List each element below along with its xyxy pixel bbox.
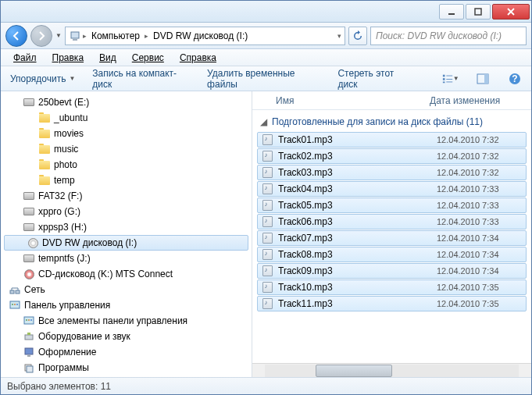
col-name[interactable]: Имя: [260, 95, 430, 106]
menu-view[interactable]: Вид: [93, 51, 123, 65]
file-name: Track08.mp3: [278, 249, 432, 260]
menu-file[interactable]: Файл: [7, 51, 43, 65]
tree-item-label: _ubuntu: [54, 112, 87, 123]
net-icon: [9, 283, 21, 296]
minimize-button[interactable]: [439, 4, 464, 20]
scrollbar-thumb[interactable]: [316, 365, 392, 377]
breadcrumb-computer[interactable]: Компьютер: [88, 29, 143, 43]
drive-icon: [23, 205, 35, 218]
file-date: 12.04.2010 7:35: [437, 299, 523, 308]
disc-icon: [27, 237, 39, 249]
view-mode-button[interactable]: ▼: [441, 69, 460, 88]
file-list-pane: Имя Дата изменения ◢ Подготовленные для …: [252, 91, 531, 377]
tree-item[interactable]: tempntfs (J:): [1, 251, 252, 266]
column-headers[interactable]: Имя Дата изменения: [252, 91, 531, 110]
tree-item[interactable]: Оборудование и звук: [1, 329, 252, 344]
chevron-right-icon[interactable]: ▸: [83, 32, 87, 40]
svg-text:?: ?: [512, 73, 517, 84]
tree-item[interactable]: xppro (G:): [1, 204, 252, 219]
file-row[interactable]: Track07.mp312.04.2010 7:34: [257, 230, 527, 246]
tree-item-label: music: [54, 144, 78, 155]
menu-edit[interactable]: Правка: [46, 51, 91, 65]
file-row[interactable]: Track04.mp312.04.2010 7:33: [257, 181, 527, 197]
mp3-file-icon: [261, 265, 273, 277]
tree-item[interactable]: photo: [1, 157, 252, 173]
tree-item[interactable]: Оформление: [1, 344, 252, 360]
svg-rect-11: [484, 74, 488, 84]
erase-disc-button[interactable]: Стереть этот диск: [336, 65, 412, 93]
disc-icon: [23, 268, 35, 280]
group-header[interactable]: ◢ Подготовленные для записи на диск файл…: [252, 110, 531, 132]
mp3-file-icon: [261, 281, 273, 294]
help-button[interactable]: ?: [505, 69, 523, 88]
tree-item[interactable]: xppsp3 (H:): [1, 219, 252, 235]
file-list[interactable]: Track01.mp312.04.2010 7:32Track02.mp312.…: [252, 132, 531, 363]
tree-item[interactable]: Все элементы панели управления: [1, 313, 252, 329]
tree-item[interactable]: Сеть: [1, 282, 252, 297]
file-row[interactable]: Track02.mp312.04.2010 7:32: [257, 148, 527, 164]
burn-button[interactable]: Запись на компакт-диск: [91, 65, 191, 93]
preview-pane-button[interactable]: [474, 69, 492, 88]
tree-item[interactable]: temp: [1, 173, 252, 188]
svg-rect-3: [73, 39, 77, 41]
chevron-down-icon[interactable]: ▾: [337, 32, 341, 40]
file-name: Track06.mp3: [278, 216, 432, 227]
tree-item[interactable]: music: [1, 141, 252, 157]
svg-point-19: [16, 304, 18, 305]
mp3-file-icon: [261, 166, 273, 179]
chevron-right-icon[interactable]: ▸: [145, 32, 148, 40]
menu-service[interactable]: Сервис: [126, 51, 170, 65]
tree-item[interactable]: DVD RW дисковод (I:): [4, 235, 248, 251]
file-name: Track02.mp3: [278, 151, 432, 162]
tree-item-label: temp: [54, 175, 75, 186]
folder-icon: [38, 143, 51, 155]
folder-icon: [38, 112, 51, 124]
hw-icon: [23, 330, 35, 343]
file-row[interactable]: Track05.mp312.04.2010 7:33: [257, 198, 527, 213]
folder-icon: [38, 158, 51, 171]
tree-item[interactable]: Программы: [1, 360, 252, 375]
nav-bar: ▼ ▸ Компьютер ▸ DVD RW дисковод (I:) ▾ П…: [1, 23, 531, 49]
collapse-arrow-icon[interactable]: ◢: [260, 116, 267, 127]
horizontal-scrollbar[interactable]: [252, 363, 531, 377]
file-date: 12.04.2010 7:33: [437, 201, 523, 210]
tree-item[interactable]: FAT32 (F:): [1, 188, 252, 204]
file-row[interactable]: Track03.mp312.04.2010 7:32: [257, 165, 527, 180]
tree-item[interactable]: Панель управления: [1, 297, 252, 313]
appear-icon: [23, 346, 35, 358]
delete-temp-button[interactable]: Удалить временные файлы: [205, 65, 322, 93]
mp3-file-icon: [261, 248, 273, 261]
tree-item[interactable]: 250bevt (E:): [1, 94, 252, 110]
file-row[interactable]: Track01.mp312.04.2010 7:32: [257, 132, 527, 148]
svg-rect-2: [71, 32, 79, 38]
maximize-button[interactable]: [466, 4, 491, 20]
organize-button[interactable]: Упорядочить ▼: [9, 70, 77, 87]
refresh-button[interactable]: [348, 27, 367, 45]
folder-icon: [38, 174, 51, 187]
cp-icon: [9, 299, 21, 311]
svg-rect-27: [27, 355, 30, 357]
tree-item[interactable]: movies: [1, 126, 252, 141]
file-date: 12.04.2010 7:33: [437, 184, 523, 194]
breadcrumb-bar[interactable]: ▸ Компьютер ▸ DVD RW дисковод (I:) ▾: [65, 27, 345, 45]
file-row[interactable]: Track08.mp312.04.2010 7:34: [257, 247, 527, 262]
file-row[interactable]: Track11.mp312.04.2010 7:35: [257, 296, 527, 311]
forward-button[interactable]: [30, 25, 52, 47]
svg-point-21: [26, 319, 27, 321]
close-button[interactable]: [492, 4, 530, 20]
svg-rect-14: [10, 290, 14, 294]
menu-help[interactable]: Справка: [173, 51, 223, 65]
file-row[interactable]: Track09.mp312.04.2010 7:34: [257, 263, 527, 279]
file-row[interactable]: Track10.mp312.04.2010 7:35: [257, 279, 527, 295]
tree-item[interactable]: _ubuntu: [1, 110, 252, 126]
nav-tree[interactable]: 250bevt (E:)_ubuntumoviesmusicphototempF…: [1, 91, 252, 377]
breadcrumb-drive[interactable]: DVD RW дисковод (I:): [150, 29, 251, 43]
history-dropdown-icon[interactable]: ▼: [55, 32, 62, 39]
search-input[interactable]: Поиск: DVD RW дисковод (I:): [370, 27, 527, 45]
file-row[interactable]: Track06.mp312.04.2010 7:33: [257, 214, 527, 230]
tree-item[interactable]: CD-дисковод (K:) MTS Connect: [1, 266, 252, 282]
file-name: Track01.mp3: [278, 134, 432, 145]
back-button[interactable]: [5, 25, 27, 47]
col-date[interactable]: Дата изменения: [430, 95, 523, 106]
file-date: 12.04.2010 7:32: [437, 135, 523, 144]
